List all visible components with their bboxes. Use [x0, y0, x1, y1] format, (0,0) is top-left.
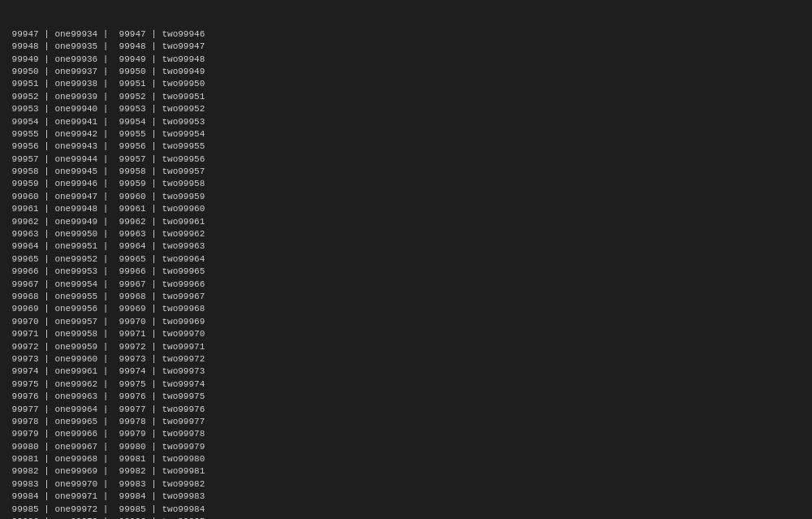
table-row: 99954 | one99941 | 99954 | two99953 — [6, 116, 806, 128]
table-row: 99952 | one99939 | 99952 | two99951 — [6, 91, 806, 103]
table-row: 99961 | one99948 | 99961 | two99960 — [6, 203, 806, 215]
table-row: 99973 | one99960 | 99973 | two99972 — [6, 353, 806, 365]
table-row: 99967 | one99954 | 99967 | two99966 — [6, 279, 806, 291]
table-row: 99977 | one99964 | 99977 | two99976 — [6, 404, 806, 416]
table-row: 99960 | one99947 | 99960 | two99959 — [6, 191, 806, 203]
table-row: 99971 | one99958 | 99971 | two99970 — [6, 328, 806, 340]
table-row: 99955 | one99942 | 99955 | two99954 — [6, 128, 806, 141]
table-row: 99951 | one99938 | 99951 | two99950 — [6, 78, 806, 90]
table-row: 99950 | one99937 | 99950 | two99949 — [6, 66, 806, 78]
table-row: 99947 | one99934 | 99947 | two99946 — [6, 28, 806, 41]
table-row: 99962 | one99949 | 99962 | two99961 — [6, 216, 806, 228]
table-row: 99985 | one99972 | 99985 | two99984 — [6, 504, 806, 516]
table-row: 99970 | one99957 | 99970 | two99969 — [6, 316, 806, 328]
table-row: 99976 | one99963 | 99976 | two99975 — [6, 391, 806, 403]
table-row: 99965 | one99952 | 99965 | two99964 — [6, 253, 806, 266]
table-row: 99956 | one99943 | 99956 | two99955 — [6, 141, 806, 153]
table-row: 99979 | one99966 | 99979 | two99978 — [6, 428, 806, 440]
table-row: 99982 | one99969 | 99982 | two99981 — [6, 465, 806, 478]
table-row: 99972 | one99959 | 99972 | two99971 — [6, 341, 806, 353]
table-row: 99948 | one99935 | 99948 | two99947 — [6, 41, 806, 53]
table-row: 99963 | one99950 | 99963 | two99962 — [6, 228, 806, 240]
table-row: 99975 | one99962 | 99975 | two99974 — [6, 378, 806, 391]
table-row: 99983 | one99970 | 99983 | two99982 — [6, 478, 806, 491]
table-row: 99959 | one99946 | 99959 | two99958 — [6, 178, 806, 190]
table-row: 99986 | one99973 | 99986 | two99985 — [6, 516, 806, 519]
table-row: 99981 | one99968 | 99981 | two99980 — [6, 453, 806, 465]
terminal: 99947 | one99934 | 99947 | two99946 9994… — [0, 0, 812, 519]
table-row: 99966 | one99953 | 99966 | two99965 — [6, 266, 806, 278]
table-row: 99984 | one99971 | 99984 | two99983 — [6, 491, 806, 503]
table-output: 99947 | one99934 | 99947 | two99946 9994… — [6, 28, 806, 519]
table-row: 99974 | one99961 | 99974 | two99973 — [6, 365, 806, 378]
table-row: 99958 | one99945 | 99958 | two99957 — [6, 166, 806, 178]
table-row: 99964 | one99951 | 99964 | two99963 — [6, 240, 806, 253]
table-row: 99969 | one99956 | 99969 | two99968 — [6, 303, 806, 315]
table-row: 99968 | one99955 | 99968 | two99967 — [6, 291, 806, 303]
table-row: 99980 | one99967 | 99980 | two99979 — [6, 441, 806, 453]
table-row: 99978 | one99965 | 99978 | two99977 — [6, 416, 806, 428]
table-row: 99953 | one99940 | 99953 | two99952 — [6, 103, 806, 115]
table-row: 99949 | one99936 | 99949 | two99948 — [6, 54, 806, 66]
table-row: 99957 | one99944 | 99957 | two99956 — [6, 154, 806, 166]
